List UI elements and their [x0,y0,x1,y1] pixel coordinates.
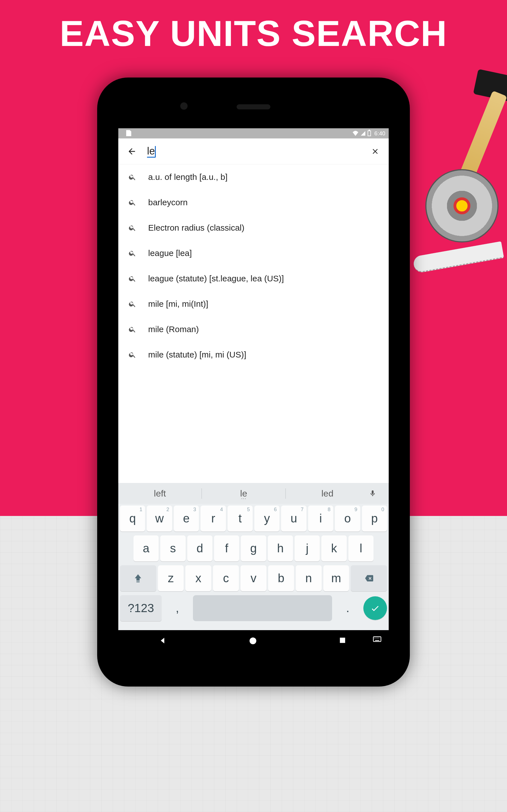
promo-title: EASY UNITS SEARCH [0,0,507,54]
keyboard-toggle-icon[interactable] [373,637,383,647]
key-m[interactable]: m [323,565,349,591]
clear-button[interactable] [370,146,381,157]
suggestion-3[interactable]: led [286,488,369,499]
result-label: league [lea] [148,248,192,258]
key-q[interactable]: q1 [120,506,145,531]
key-f[interactable]: f [214,536,239,561]
search-icon [128,350,137,359]
text-cursor [155,146,156,157]
key-p[interactable]: p0 [362,506,387,531]
result-label: league (statute) [st.league, lea (US)] [148,274,284,283]
mic-button[interactable] [369,489,389,498]
key-r[interactable]: r4 [201,506,226,531]
result-label: Electron radius (classical) [148,223,244,233]
svg-point-0 [249,638,256,644]
phone-speaker [237,104,270,109]
key-e[interactable]: e3 [174,506,199,531]
phone-camera [180,102,187,110]
search-icon [128,299,137,308]
key-h[interactable]: h [268,536,293,561]
svg-point-6 [377,638,378,638]
battery-icon [368,131,371,136]
key-d[interactable]: d [187,536,212,561]
result-item[interactable]: barleycorn [118,190,389,215]
key-c[interactable]: c [213,565,239,591]
phone-frame: 6:40 le a.u. of length [a.u., b] barleyc… [97,78,410,687]
key-v[interactable]: v [240,565,267,591]
key-k[interactable]: k [321,536,346,561]
key-w[interactable]: w2 [147,506,172,531]
key-a[interactable]: a [133,536,159,561]
period-key[interactable]: . [334,595,362,621]
keyboard: q1w2e3r4t5y6u7i8o9p0 asdfghjkl zxcvbnm ?… [118,504,389,630]
svg-point-4 [374,638,375,638]
signal-icon [361,131,365,136]
search-bar: le [118,139,389,164]
enter-key[interactable] [363,596,387,620]
search-query-text: le [147,145,156,158]
nav-recent[interactable] [339,637,349,647]
result-item[interactable]: mile [mi, mi(Int)] [118,291,389,317]
key-b[interactable]: b [268,565,294,591]
key-j[interactable]: j [295,536,320,561]
key-u[interactable]: u7 [281,506,306,531]
search-icon [128,325,137,334]
key-n[interactable]: n [296,565,322,591]
result-label: a.u. of length [a.u., b] [148,172,228,182]
result-label: barleycorn [148,198,187,207]
key-s[interactable]: s [160,536,185,561]
status-time: 6:40 [374,130,385,137]
search-icon [128,223,137,232]
suggestion-1[interactable]: left [118,488,202,499]
key-z[interactable]: z [158,565,184,591]
space-key[interactable] [193,595,332,621]
key-l[interactable]: l [348,536,374,561]
result-label: mile [mi, mi(Int)] [148,299,208,309]
result-item[interactable]: league [lea] [118,241,389,266]
result-label: mile (statute) [mi, mi (US)] [148,350,246,359]
symbols-key[interactable]: ?123 [120,595,162,621]
result-item[interactable]: Electron radius (classical) [118,215,389,241]
wifi-icon [352,131,358,136]
svg-rect-3 [375,640,379,641]
status-bar: 6:40 [118,128,389,139]
search-icon [128,274,137,283]
key-y[interactable]: y6 [255,506,279,531]
key-i[interactable]: i8 [308,506,333,531]
search-icon [128,198,137,207]
result-item[interactable]: league (statute) [st.league, lea (US)] [118,266,389,291]
phone-screen: 6:40 le a.u. of length [a.u., b] barleyc… [118,128,389,630]
android-nav-bar [118,630,389,653]
search-input[interactable]: le [147,145,360,157]
search-icon [128,249,137,258]
suggestion-2[interactable]: le [202,488,286,499]
search-results: a.u. of length [a.u., b] barleycorn Elec… [118,164,389,483]
search-icon [128,172,137,182]
back-button[interactable] [126,146,137,157]
svg-point-5 [376,638,376,638]
result-item[interactable]: mile (Roman) [118,317,389,342]
key-g[interactable]: g [241,536,266,561]
result-item[interactable]: mile (statute) [mi, mi (US)] [118,342,389,367]
key-o[interactable]: o9 [335,506,360,531]
svg-rect-1 [340,638,345,643]
sdcard-icon [126,130,131,136]
backspace-key[interactable] [351,565,387,591]
key-x[interactable]: x [185,565,211,591]
suggestion-bar: left le led [118,483,389,504]
result-label: mile (Roman) [148,324,199,334]
nav-home[interactable] [248,637,259,647]
nav-back[interactable] [158,637,168,647]
svg-point-7 [379,638,379,638]
key-t[interactable]: t5 [228,506,252,531]
comma-key[interactable]: , [163,595,191,621]
shift-key[interactable] [120,565,156,591]
result-item[interactable]: a.u. of length [a.u., b] [118,164,389,190]
